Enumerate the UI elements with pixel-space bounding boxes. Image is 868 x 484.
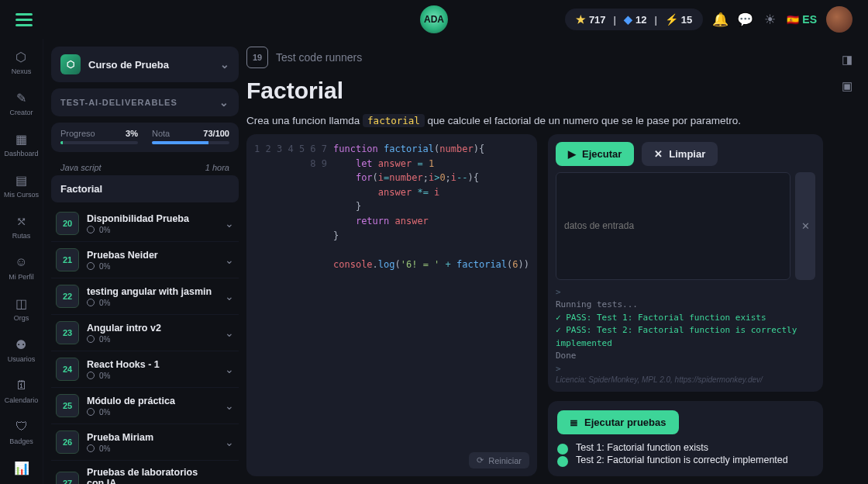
lesson-number: 24 <box>56 358 79 381</box>
section-header-left: Java script <box>60 163 102 172</box>
progress-label: Progreso <box>60 129 95 138</box>
language-switcher[interactable]: 🇪🇸 ES <box>787 13 817 26</box>
rail-item-orgs[interactable]: ◫Orgs <box>13 295 30 322</box>
lesson-item[interactable]: 21 Pruebas Neider 0% <box>51 242 239 278</box>
reset-button[interactable]: ⟳ Reiniciar <box>469 452 529 468</box>
stdin-close-button[interactable]: ✕ <box>795 172 815 280</box>
rail-label: Dashboard <box>4 150 38 157</box>
course-badge-icon: ⬡ <box>60 54 81 74</box>
rail-label: Mis Cursos <box>4 191 39 199</box>
rail-item-misc[interactable]: 📊 <box>13 459 30 479</box>
clear-icon: ✕ <box>654 148 663 160</box>
rail-label: Rutas <box>12 232 31 240</box>
progress-card: Progreso3% Nota73/100 <box>51 123 239 152</box>
lesson-pct: 0% <box>99 226 110 234</box>
chevron-down-icon <box>225 290 234 302</box>
lesson-pct: 0% <box>99 299 110 307</box>
lesson-item[interactable]: 27 Pruebas de laboratorios con IA 0% <box>51 461 239 484</box>
rail-item-nexus[interactable]: ⬡Nexus <box>12 48 32 75</box>
lesson-title: Angular intro v2 <box>87 323 217 334</box>
rail-item-usuarios[interactable]: ⚉Usuarios <box>8 336 36 363</box>
rail-label: Badges <box>9 437 33 445</box>
rail-item-dashboard[interactable]: ▦Dashboard <box>4 130 38 157</box>
notifications-icon[interactable]: 🔔 <box>712 12 728 27</box>
messages-icon[interactable]: 💬 <box>737 12 753 27</box>
lesson-item[interactable]: 24 React Hooks - 1 0% <box>51 351 239 388</box>
stars-count: 717 <box>589 14 606 26</box>
chevron-down-icon <box>225 399 234 412</box>
status-dot-icon <box>87 408 95 416</box>
lesson-item[interactable]: 23 Angular intro v2 0% <box>51 315 239 351</box>
run-tests-label: Ejecutar pruebas <box>584 417 666 428</box>
clear-button[interactable]: ✕ Limpiar <box>642 142 718 166</box>
rail-item-badges[interactable]: 🛡Badges <box>9 418 33 445</box>
chevron-down-icon <box>219 96 229 109</box>
lesson-title: Pruebas Neider <box>87 250 217 261</box>
chevron-down-icon <box>225 327 234 339</box>
play-icon: ▶ <box>568 148 576 160</box>
chevron-down-icon <box>225 477 234 485</box>
pass-icon <box>557 444 568 455</box>
lesson-pct: 0% <box>99 262 110 271</box>
app-logo[interactable]: ADA <box>420 5 448 33</box>
bolt-icon <box>665 13 678 26</box>
run-tests-button[interactable]: ≣ Ejecutar pruebas <box>557 410 679 434</box>
section-selector[interactable]: TEST-AI-DELIVERABLES <box>51 88 239 116</box>
rail-icon: ◫ <box>13 295 30 312</box>
code-editor[interactable]: 1 2 3 4 5 6 7 8 9 function factorial(num… <box>254 142 529 468</box>
section-header-right: 1 hora <box>205 163 229 172</box>
lesson-item[interactable]: 26 Prueba Miriam 0% <box>51 424 239 461</box>
lesson-number: 22 <box>56 285 79 308</box>
rail-item-rutas[interactable]: ⤲Rutas <box>12 213 31 240</box>
lesson-title: React Hooks - 1 <box>87 359 217 370</box>
rail-item-creator[interactable]: ✎Creator <box>9 89 33 116</box>
rail-label: Orgs <box>14 314 29 322</box>
lesson-item[interactable]: 22 testing angular with jasmin 0% <box>51 278 239 315</box>
status-dot-icon <box>87 335 95 343</box>
status-dot-icon <box>87 444 95 452</box>
progress-pct: 3% <box>126 129 138 138</box>
user-avatar[interactable] <box>826 6 852 33</box>
rail-item-mis-cursos[interactable]: ▤Mis Cursos <box>4 171 39 199</box>
status-dot-icon <box>87 226 95 233</box>
inline-code: factorial <box>363 114 425 127</box>
terminal-icon[interactable]: ▣ <box>839 78 856 95</box>
rail-label: Usuarios <box>8 355 36 363</box>
current-lesson[interactable]: Factorial <box>51 175 239 202</box>
rail-icon: ✎ <box>12 89 29 106</box>
clear-label: Limpiar <box>669 148 705 160</box>
reset-icon: ⟳ <box>477 455 484 465</box>
lesson-number-badge: 19 <box>246 47 268 68</box>
stdin-input[interactable] <box>556 172 790 280</box>
lesson-item[interactable]: 25 Módulo de práctica 0% <box>51 388 239 424</box>
line-gutter: 1 2 3 4 5 6 7 8 9 <box>254 142 327 468</box>
page-title: Factorial <box>246 78 823 104</box>
theme-toggle-icon[interactable]: ☀ <box>762 12 777 27</box>
course-selector[interactable]: ⬡ Curso de Prueba <box>51 47 239 82</box>
reset-label: Reiniciar <box>488 456 522 465</box>
rail-item-calendario[interactable]: 🗓Calendario <box>5 377 39 404</box>
stats-pill: 717 | 12 | 15 <box>565 9 703 30</box>
rail-icon: ☺ <box>12 254 29 271</box>
lesson-number: 23 <box>56 321 79 344</box>
grade-value: 73/100 <box>203 129 229 138</box>
lesson-pct: 0% <box>99 408 110 417</box>
language-code: ES <box>802 13 817 26</box>
lesson-item[interactable]: 20 Disponibilidad Prueba 0% <box>51 206 239 242</box>
chevron-down-icon <box>225 254 234 266</box>
panel-toggle-icon[interactable]: ◨ <box>839 51 856 68</box>
menu-toggle-button[interactable] <box>16 13 33 26</box>
lesson-title: testing angular with jasmin <box>87 286 217 297</box>
rail-icon: 🗓 <box>13 377 30 394</box>
chevron-down-icon <box>225 363 234 375</box>
chevron-down-icon <box>225 436 234 448</box>
rail-label: Nexus <box>12 67 32 75</box>
rail-icon: ▤ <box>12 171 29 188</box>
lesson-number: 25 <box>56 394 79 417</box>
diamonds-count: 12 <box>636 14 646 26</box>
tests-panel: ≣ Ejecutar pruebas Test 1: Factorial fun… <box>548 401 823 476</box>
lesson-title: Pruebas de laboratorios con IA <box>87 467 217 484</box>
status-dot-icon <box>87 299 95 306</box>
run-button[interactable]: ▶ Ejecutar <box>556 142 634 166</box>
rail-item-mi-perfil[interactable]: ☺Mi Perfil <box>9 254 34 281</box>
